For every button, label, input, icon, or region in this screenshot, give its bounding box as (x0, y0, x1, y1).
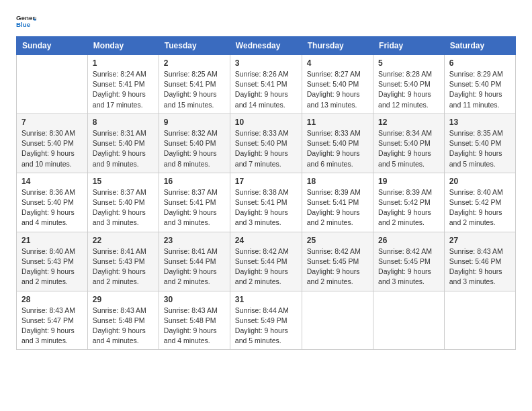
day-number: 13 (449, 118, 511, 127)
day-info: Sunrise: 8:24 AMSunset: 5:41 PMDaylight:… (93, 69, 154, 110)
day-number: 24 (235, 236, 297, 245)
day-cell: 19Sunrise: 8:39 AMSunset: 5:42 PMDayligh… (373, 173, 445, 232)
day-cell: 8Sunrise: 8:31 AMSunset: 5:40 PMDaylight… (87, 113, 159, 173)
day-number: 20 (449, 177, 511, 186)
week-row-1: 1Sunrise: 8:24 AMSunset: 5:41 PMDaylight… (17, 55, 516, 114)
day-number: 21 (21, 236, 83, 245)
day-info: Sunrise: 8:43 AMSunset: 5:47 PMDaylight:… (21, 306, 83, 347)
day-info: Sunrise: 8:35 AMSunset: 5:40 PMDaylight:… (449, 128, 511, 169)
day-info: Sunrise: 8:44 AMSunset: 5:49 PMDaylight:… (235, 306, 297, 347)
day-number: 25 (307, 236, 368, 245)
day-number: 6 (449, 58, 511, 68)
day-cell: 5Sunrise: 8:28 AMSunset: 5:40 PMDaylight… (373, 55, 445, 114)
header: General Blue (16, 13, 516, 30)
day-number: 27 (449, 236, 511, 245)
day-info: Sunrise: 8:41 AMSunset: 5:44 PMDaylight:… (164, 246, 225, 287)
day-info: Sunrise: 8:26 AMSunset: 5:41 PMDaylight:… (235, 69, 297, 110)
day-cell: 2Sunrise: 8:25 AMSunset: 5:41 PMDaylight… (159, 55, 230, 114)
day-cell (444, 291, 515, 350)
day-cell: 29Sunrise: 8:43 AMSunset: 5:48 PMDayligh… (87, 291, 159, 350)
day-info: Sunrise: 8:34 AMSunset: 5:40 PMDaylight:… (378, 128, 439, 169)
day-cell: 31Sunrise: 8:44 AMSunset: 5:49 PMDayligh… (230, 291, 302, 350)
day-number: 3 (235, 58, 297, 68)
day-number: 28 (21, 295, 83, 304)
day-info: Sunrise: 8:42 AMSunset: 5:44 PMDaylight:… (235, 246, 297, 287)
day-number: 11 (307, 118, 368, 127)
day-cell (373, 291, 445, 350)
day-cell: 9Sunrise: 8:32 AMSunset: 5:40 PMDaylight… (159, 113, 230, 173)
day-cell: 6Sunrise: 8:29 AMSunset: 5:40 PMDaylight… (444, 55, 515, 114)
column-header-thursday: Thursday (302, 37, 373, 55)
column-header-friday: Friday (373, 37, 445, 55)
day-info: Sunrise: 8:27 AMSunset: 5:40 PMDaylight:… (307, 69, 368, 110)
day-cell: 25Sunrise: 8:42 AMSunset: 5:45 PMDayligh… (302, 232, 373, 291)
day-number: 5 (378, 58, 439, 68)
day-number: 12 (378, 118, 439, 127)
day-cell: 23Sunrise: 8:41 AMSunset: 5:44 PMDayligh… (159, 232, 230, 291)
day-cell: 30Sunrise: 8:43 AMSunset: 5:48 PMDayligh… (159, 291, 230, 350)
day-cell: 24Sunrise: 8:42 AMSunset: 5:44 PMDayligh… (230, 232, 302, 291)
column-header-wednesday: Wednesday (230, 37, 302, 55)
week-row-3: 14Sunrise: 8:36 AMSunset: 5:40 PMDayligh… (17, 173, 516, 232)
week-row-2: 7Sunrise: 8:30 AMSunset: 5:40 PMDaylight… (17, 113, 516, 173)
day-cell: 15Sunrise: 8:37 AMSunset: 5:40 PMDayligh… (87, 173, 159, 232)
day-info: Sunrise: 8:43 AMSunset: 5:48 PMDaylight:… (164, 306, 225, 347)
day-number: 9 (164, 118, 225, 127)
day-info: Sunrise: 8:31 AMSunset: 5:40 PMDaylight:… (93, 128, 154, 169)
day-cell: 7Sunrise: 8:30 AMSunset: 5:40 PMDaylight… (17, 113, 88, 173)
day-cell: 22Sunrise: 8:41 AMSunset: 5:43 PMDayligh… (87, 232, 159, 291)
svg-text:Blue: Blue (16, 21, 31, 28)
day-info: Sunrise: 8:42 AMSunset: 5:45 PMDaylight:… (378, 246, 439, 287)
day-cell: 16Sunrise: 8:37 AMSunset: 5:41 PMDayligh… (159, 173, 230, 232)
day-cell: 3Sunrise: 8:26 AMSunset: 5:41 PMDaylight… (230, 55, 302, 114)
day-number: 19 (378, 177, 439, 186)
day-info: Sunrise: 8:37 AMSunset: 5:41 PMDaylight:… (164, 187, 225, 228)
day-cell: 4Sunrise: 8:27 AMSunset: 5:40 PMDaylight… (302, 55, 373, 114)
day-cell (17, 55, 88, 114)
day-info: Sunrise: 8:36 AMSunset: 5:40 PMDaylight:… (21, 187, 83, 228)
day-number: 4 (307, 58, 368, 68)
day-cell: 10Sunrise: 8:33 AMSunset: 5:40 PMDayligh… (230, 113, 302, 173)
day-cell: 21Sunrise: 8:40 AMSunset: 5:43 PMDayligh… (17, 232, 88, 291)
day-info: Sunrise: 8:40 AMSunset: 5:42 PMDaylight:… (449, 187, 511, 228)
day-cell: 17Sunrise: 8:38 AMSunset: 5:41 PMDayligh… (230, 173, 302, 232)
week-row-4: 21Sunrise: 8:40 AMSunset: 5:43 PMDayligh… (17, 232, 516, 291)
logo-icon: General Blue (16, 13, 36, 30)
day-number: 18 (307, 177, 368, 186)
day-info: Sunrise: 8:43 AMSunset: 5:46 PMDaylight:… (449, 246, 511, 287)
day-info: Sunrise: 8:39 AMSunset: 5:41 PMDaylight:… (307, 187, 368, 228)
day-info: Sunrise: 8:33 AMSunset: 5:40 PMDaylight:… (307, 128, 368, 169)
day-number: 22 (93, 236, 154, 245)
week-row-5: 28Sunrise: 8:43 AMSunset: 5:47 PMDayligh… (17, 291, 516, 350)
day-number: 23 (164, 236, 225, 245)
day-info: Sunrise: 8:33 AMSunset: 5:40 PMDaylight:… (235, 128, 297, 169)
day-number: 17 (235, 177, 297, 186)
day-number: 14 (21, 177, 83, 186)
day-info: Sunrise: 8:38 AMSunset: 5:41 PMDaylight:… (235, 187, 297, 228)
day-info: Sunrise: 8:39 AMSunset: 5:42 PMDaylight:… (378, 187, 439, 228)
day-info: Sunrise: 8:28 AMSunset: 5:40 PMDaylight:… (378, 69, 439, 110)
day-number: 16 (164, 177, 225, 186)
day-cell: 13Sunrise: 8:35 AMSunset: 5:40 PMDayligh… (444, 113, 515, 173)
column-header-tuesday: Tuesday (159, 37, 230, 55)
day-number: 31 (235, 295, 297, 304)
day-number: 26 (378, 236, 439, 245)
day-info: Sunrise: 8:40 AMSunset: 5:43 PMDaylight:… (21, 246, 83, 287)
day-info: Sunrise: 8:32 AMSunset: 5:40 PMDaylight:… (164, 128, 225, 169)
day-info: Sunrise: 8:37 AMSunset: 5:40 PMDaylight:… (93, 187, 154, 228)
day-cell: 14Sunrise: 8:36 AMSunset: 5:40 PMDayligh… (17, 173, 88, 232)
day-cell (302, 291, 373, 350)
day-info: Sunrise: 8:43 AMSunset: 5:48 PMDaylight:… (93, 306, 154, 347)
day-number: 1 (93, 58, 154, 68)
day-number: 8 (93, 118, 154, 127)
day-cell: 20Sunrise: 8:40 AMSunset: 5:42 PMDayligh… (444, 173, 515, 232)
day-number: 7 (21, 118, 83, 127)
day-info: Sunrise: 8:25 AMSunset: 5:41 PMDaylight:… (164, 69, 225, 110)
column-header-monday: Monday (87, 37, 159, 55)
column-header-saturday: Saturday (444, 37, 515, 55)
day-cell: 12Sunrise: 8:34 AMSunset: 5:40 PMDayligh… (373, 113, 445, 173)
day-info: Sunrise: 8:29 AMSunset: 5:40 PMDaylight:… (449, 69, 511, 110)
day-cell: 27Sunrise: 8:43 AMSunset: 5:46 PMDayligh… (444, 232, 515, 291)
day-info: Sunrise: 8:42 AMSunset: 5:45 PMDaylight:… (307, 246, 368, 287)
day-number: 30 (164, 295, 225, 304)
